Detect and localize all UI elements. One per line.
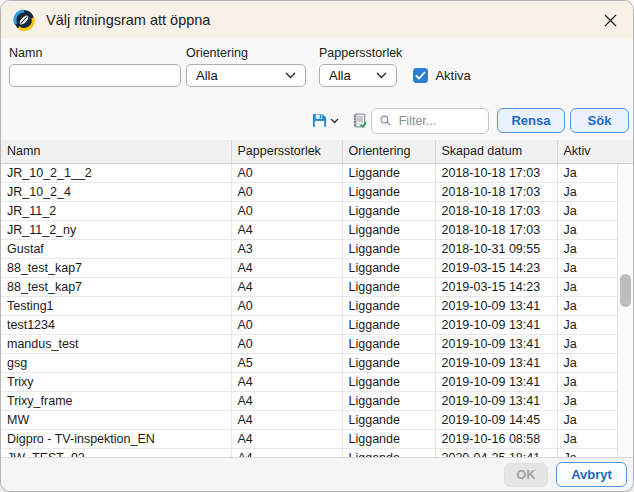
footer: OK Avbryt bbox=[1, 457, 633, 491]
table-row[interactable]: Digpro - TV-inspektion_ENA4Liggande2019-… bbox=[1, 429, 617, 448]
table-cell: Liggande bbox=[342, 201, 435, 220]
table-row[interactable]: gsgA5Liggande2019-10-09 13:41Ja bbox=[1, 353, 617, 372]
table-cell: Gustaf bbox=[1, 239, 231, 258]
table-cell: 2019-03-15 14:23 bbox=[435, 258, 557, 277]
close-icon[interactable] bbox=[602, 12, 618, 28]
table-cell: Liggande bbox=[342, 315, 435, 334]
clear-button[interactable]: Rensa bbox=[497, 108, 565, 133]
filter-search-box bbox=[371, 108, 489, 134]
table-cell: Liggande bbox=[342, 334, 435, 353]
table-header-row: NamnPappersstorlekOrienteringSkapad datu… bbox=[1, 140, 617, 163]
name-filter-group: Namn bbox=[9, 46, 181, 87]
active-checkbox-label: Aktiva bbox=[435, 68, 470, 83]
table-row[interactable]: JR_11_2A0Liggande2018-10-18 17:03Ja bbox=[1, 201, 617, 220]
column-header-pappersstorlek[interactable]: Pappersstorlek bbox=[231, 140, 342, 163]
report-icon bbox=[351, 112, 368, 129]
table-row[interactable]: JR_11_2_nyA4Liggande2018-10-18 17:03Ja bbox=[1, 220, 617, 239]
table-row[interactable]: 88_test_kap7A4Liggande2019-03-15 14:23Ja bbox=[1, 277, 617, 296]
table-cell: Ja bbox=[557, 334, 617, 353]
table-body: JR_10_2_1__2A0Liggande2018-10-18 17:03Ja… bbox=[1, 163, 617, 457]
table-cell: 2019-10-09 13:41 bbox=[435, 315, 557, 334]
column-header-namn[interactable]: Namn bbox=[1, 140, 231, 163]
save-icon bbox=[312, 113, 327, 128]
table-cell: A4 bbox=[231, 448, 342, 457]
table-cell: 2018-10-18 17:03 bbox=[435, 182, 557, 201]
table-cell: Ja bbox=[557, 182, 617, 201]
table-cell: JR_10_2_4 bbox=[1, 182, 231, 201]
table-cell: 2019-10-09 13:41 bbox=[435, 391, 557, 410]
table-row[interactable]: mandus_testA0Liggande2019-10-09 13:41Ja bbox=[1, 334, 617, 353]
chevron-down-icon bbox=[376, 72, 387, 79]
table-row[interactable]: Trixy_frameA4Liggande2019-10-09 13:41Ja bbox=[1, 391, 617, 410]
table-cell: Liggande bbox=[342, 429, 435, 448]
table-cell: JW_TEST_92 bbox=[1, 448, 231, 457]
ok-button[interactable]: OK bbox=[504, 463, 548, 487]
table-cell: Ja bbox=[557, 201, 617, 220]
table-cell: Liggande bbox=[342, 258, 435, 277]
table-cell: A4 bbox=[231, 258, 342, 277]
active-filter-group: Aktiva bbox=[413, 68, 470, 87]
table-cell: 2018-10-18 17:03 bbox=[435, 201, 557, 220]
table-cell: Trixy_frame bbox=[1, 391, 231, 410]
table-cell: 2019-10-09 13:41 bbox=[435, 372, 557, 391]
table-cell: 2020-04-25 18:41 bbox=[435, 448, 557, 457]
column-header-orientering[interactable]: Orientering bbox=[342, 140, 435, 163]
table-row[interactable]: test1234A0Liggande2019-10-09 13:41Ja bbox=[1, 315, 617, 334]
table-cell: Liggande bbox=[342, 372, 435, 391]
table-cell: Liggande bbox=[342, 410, 435, 429]
table-cell: Liggande bbox=[342, 182, 435, 201]
table-cell: 2019-10-09 14:45 bbox=[435, 410, 557, 429]
dialog-valj-ritningsram: Välj ritningsram att öppna Namn Orienter… bbox=[0, 0, 634, 492]
active-checkbox[interactable] bbox=[413, 68, 428, 83]
table-cell: A0 bbox=[231, 334, 342, 353]
table-row[interactable]: Testing1A0Liggande2019-10-09 13:41Ja bbox=[1, 296, 617, 315]
table-cell: A0 bbox=[231, 315, 342, 334]
scrollbar-thumb[interactable] bbox=[620, 274, 631, 307]
filter-form: Namn Orientering Alla Pappersstorlek All… bbox=[1, 39, 633, 87]
chevron-down-icon bbox=[285, 72, 296, 79]
table-cell: Ja bbox=[557, 220, 617, 239]
table-cell: Ja bbox=[557, 296, 617, 315]
table-cell: Liggande bbox=[342, 296, 435, 315]
table-cell: Ja bbox=[557, 429, 617, 448]
table-cell: Ja bbox=[557, 391, 617, 410]
table-row[interactable]: GustafA3Liggande2018-10-31 09:55Ja bbox=[1, 239, 617, 258]
table-row[interactable]: JW_TEST_92A4Liggande2020-04-25 18:41Ja bbox=[1, 448, 617, 457]
table-row[interactable]: JR_10_2_4A0Liggande2018-10-18 17:03Ja bbox=[1, 182, 617, 201]
save-menu-button[interactable] bbox=[312, 113, 339, 128]
orientation-select[interactable]: Alla bbox=[186, 64, 306, 87]
table-cell: 2019-03-15 14:23 bbox=[435, 277, 557, 296]
table-cell: mandus_test bbox=[1, 334, 231, 353]
report-button[interactable] bbox=[351, 112, 368, 129]
table-cell: Trixy bbox=[1, 372, 231, 391]
cancel-button[interactable]: Avbryt bbox=[556, 462, 627, 487]
column-header-aktiv[interactable]: Aktiv bbox=[557, 140, 617, 163]
table-cell: MW bbox=[1, 410, 231, 429]
table-row[interactable]: MWA4Liggande2019-10-09 14:45Ja bbox=[1, 410, 617, 429]
name-input[interactable] bbox=[9, 64, 181, 87]
table-row[interactable]: JR_10_2_1__2A0Liggande2018-10-18 17:03Ja bbox=[1, 163, 617, 182]
table-cell: test1234 bbox=[1, 315, 231, 334]
table-cell: Ja bbox=[557, 239, 617, 258]
table-cell: Liggande bbox=[342, 163, 435, 182]
table-row[interactable]: TrixyA4Liggande2019-10-09 13:41Ja bbox=[1, 372, 617, 391]
table-cell: JR_11_2 bbox=[1, 201, 231, 220]
table-cell: 88_test_kap7 bbox=[1, 277, 231, 296]
search-button[interactable]: Sök bbox=[570, 108, 629, 133]
table-cell: Testing1 bbox=[1, 296, 231, 315]
table-cell: JR_11_2_ny bbox=[1, 220, 231, 239]
titlebar: Välj ritningsram att öppna bbox=[1, 1, 633, 39]
table-cell: JR_10_2_1__2 bbox=[1, 163, 231, 182]
column-header-skapad-datum[interactable]: Skapad datum bbox=[435, 140, 557, 163]
header-extension bbox=[617, 140, 633, 164]
table-cell: Ja bbox=[557, 353, 617, 372]
filter-input[interactable] bbox=[397, 113, 480, 129]
paper-size-select[interactable]: Alla bbox=[319, 64, 397, 87]
table-row[interactable]: 88_test_kap7A4Liggande2019-03-15 14:23Ja bbox=[1, 258, 617, 277]
table-cell: 2019-10-09 13:41 bbox=[435, 353, 557, 372]
orientation-value: Alla bbox=[196, 68, 218, 83]
orientation-filter-group: Orientering Alla bbox=[186, 46, 306, 87]
vertical-scrollbar[interactable] bbox=[617, 164, 633, 457]
table-cell: A4 bbox=[231, 220, 342, 239]
paper-size-value: Alla bbox=[329, 68, 351, 83]
